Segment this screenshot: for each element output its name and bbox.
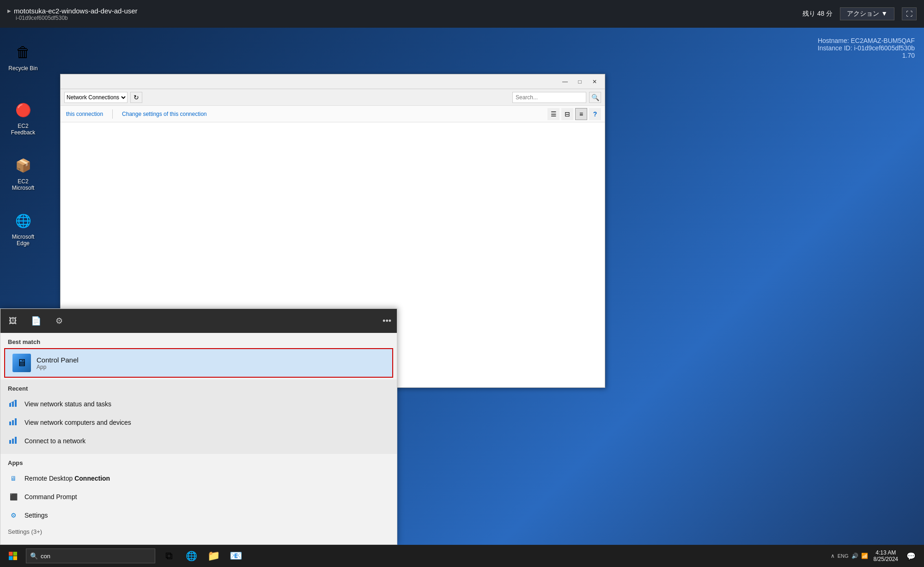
- hostname-info: Hostname: EC2AMAZ-BUM5QAF Instance ID: i…: [818, 37, 915, 59]
- fullscreen-button[interactable]: ⛶: [902, 7, 917, 20]
- ec2-feedback-image: 🔴: [12, 99, 34, 121]
- recent-label: Recent: [0, 380, 397, 395]
- notification-button[interactable]: 💬: [904, 546, 918, 566]
- recycle-bin-icon[interactable]: 🗑 Recycle Bin: [5, 39, 42, 73]
- search-input[interactable]: [41, 553, 142, 560]
- control-panel-name: Control Panel: [36, 356, 79, 364]
- svg-rect-1: [12, 402, 14, 407]
- svg-rect-7: [15, 418, 17, 425]
- session-time: 残り 48 分: [802, 10, 833, 18]
- toolbar-icons: ☰ ⊟ ≡ ?: [547, 108, 601, 120]
- systray-network[interactable]: 🔊: [851, 553, 858, 559]
- best-match-label: Best match: [0, 333, 397, 348]
- best-match-text: Control Panel App: [36, 356, 79, 370]
- settings-icon: ⚙: [8, 510, 19, 521]
- svg-rect-13: [9, 556, 13, 561]
- taskbar-app-icons: ⧉ 🌐 📁 📧: [159, 546, 246, 566]
- taskbar-search-box[interactable]: 🔍: [26, 549, 155, 563]
- apps-section: Apps 🖥 Remote Desktop Connection ⬛ Comma…: [0, 454, 397, 544]
- refresh-button[interactable]: ↻: [130, 92, 142, 103]
- network-window-titlebar: — □ ✕: [61, 74, 605, 89]
- command-prompt-item[interactable]: ⬛ Command Prompt: [0, 488, 397, 506]
- recent-item-2[interactable]: View network computers and devices: [0, 413, 397, 432]
- svg-rect-5: [9, 422, 11, 425]
- session-bar: mototsuka-ec2-windows-ad-dev-ad-user i-0…: [0, 0, 924, 28]
- ec2-microsoft-label: EC2 Microsoft: [6, 178, 40, 191]
- search-button[interactable]: 🔍: [589, 92, 601, 103]
- address-dropdown[interactable]: Network Connections: [64, 92, 128, 103]
- maximize-button[interactable]: □: [573, 77, 586, 86]
- search-input[interactable]: [512, 92, 586, 103]
- view-mode2-button[interactable]: ⊟: [561, 108, 573, 120]
- start-menu-topbar: 🖼 📄 ⚙ •••: [0, 309, 397, 333]
- taskbar: 🔍 ⧉ 🌐 📁 📧 ∧ ENG 🔊 📶 4:13 AM 8/25/2024 💬: [0, 545, 924, 567]
- start-menu-icon-settings[interactable]: ⚙: [52, 314, 66, 328]
- start-menu-body: Best match Control Panel App Recent View…: [0, 333, 397, 544]
- edge-image: 🌐: [12, 210, 34, 232]
- network-toolbar: this connection Change settings of this …: [61, 106, 605, 122]
- edge-icon[interactable]: 🌐 Microsoft Edge: [5, 208, 42, 248]
- view-mode-button[interactable]: ☰: [547, 108, 559, 120]
- clock-date: 8/25/2024: [874, 556, 898, 562]
- recent-item-3-label: Connect to a network: [24, 437, 85, 445]
- recent-item-1[interactable]: View network status and tasks: [0, 395, 397, 413]
- task-view-button[interactable]: ⧉: [159, 546, 179, 566]
- command-prompt-label: Command Prompt: [24, 493, 77, 501]
- this-connection-button[interactable]: this connection: [64, 110, 105, 118]
- ec2-feedback-icon[interactable]: 🔴 EC2 Feedback: [5, 97, 42, 138]
- hostname-line3: 1.70: [818, 52, 915, 59]
- action-button[interactable]: アクション ▼: [840, 7, 894, 20]
- recent-item-3[interactable]: Connect to a network: [0, 432, 397, 450]
- svg-rect-10: [15, 437, 17, 444]
- recent-section: Recent View network status and tasks Vie…: [0, 380, 397, 454]
- help-button[interactable]: ?: [589, 108, 601, 120]
- recycle-bin-image: 🗑: [12, 41, 34, 63]
- ec2-microsoft-icon[interactable]: 📦 EC2 Microsoft: [5, 152, 42, 193]
- session-title: mototsuka-ec2-windows-ad-dev-ad-user: [7, 7, 138, 15]
- recycle-bin-label: Recycle Bin: [8, 65, 37, 72]
- edge-label: Microsoft Edge: [6, 234, 40, 247]
- explorer-taskbar-button[interactable]: 📁: [203, 546, 224, 566]
- svg-rect-6: [12, 420, 14, 425]
- taskbar-clock[interactable]: 4:13 AM 8/25/2024: [870, 549, 902, 562]
- network-computers-icon: [8, 417, 19, 428]
- hostname-line1: Hostname: EC2AMAZ-BUM5QAF: [818, 37, 915, 44]
- svg-rect-14: [13, 556, 18, 561]
- systray-volume[interactable]: 📶: [861, 553, 868, 559]
- session-controls: 残り 48 分 アクション ▼ ⛶: [802, 7, 917, 20]
- app4-taskbar-button[interactable]: 📧: [225, 546, 246, 566]
- settings-label: Settings: [24, 512, 48, 519]
- change-settings-button[interactable]: Change settings of this connection: [120, 110, 208, 118]
- ec2-feedback-label: EC2 Feedback: [6, 123, 40, 136]
- command-prompt-icon: ⬛: [8, 491, 19, 502]
- svg-rect-8: [9, 440, 11, 444]
- systray-arrow[interactable]: ∧: [831, 553, 835, 559]
- settings-item[interactable]: ⚙ Settings: [0, 506, 397, 525]
- session-subtitle: i-01d9cef6005df530b: [7, 15, 138, 21]
- taskbar-right: ∧ ENG 🔊 📶 4:13 AM 8/25/2024 💬: [831, 546, 922, 566]
- close-button[interactable]: ✕: [588, 77, 601, 86]
- recent-item-2-label: View network computers and devices: [24, 419, 131, 426]
- svg-rect-0: [9, 403, 11, 407]
- control-panel-icon: [12, 354, 31, 372]
- best-match-control-panel[interactable]: Control Panel App: [4, 348, 393, 378]
- apps-label: Apps: [0, 454, 397, 469]
- svg-rect-11: [9, 552, 13, 556]
- toolbar-sep: [112, 109, 113, 119]
- edge-taskbar-button[interactable]: 🌐: [181, 546, 201, 566]
- search-icon: 🔍: [30, 552, 38, 560]
- session-info: mototsuka-ec2-windows-ad-dev-ad-user i-0…: [7, 7, 138, 21]
- settings-plus-label: Settings (3+): [0, 525, 397, 541]
- start-button[interactable]: [2, 545, 24, 567]
- svg-rect-2: [15, 400, 17, 407]
- start-menu-icon-gallery[interactable]: 🖼: [6, 314, 20, 328]
- start-menu-more[interactable]: •••: [383, 316, 391, 326]
- remote-desktop-item[interactable]: 🖥 Remote Desktop Connection: [0, 469, 397, 488]
- network-status-icon: [8, 398, 19, 410]
- minimize-button[interactable]: —: [559, 77, 571, 86]
- view-mode3-button[interactable]: ≡: [575, 108, 587, 120]
- network-window-controls[interactable]: — □ ✕: [559, 77, 601, 86]
- start-menu-icon-doc[interactable]: 📄: [29, 314, 43, 328]
- hostname-line2: Instance ID: i-01d9cef6005df530b: [818, 44, 915, 52]
- svg-rect-12: [13, 552, 18, 556]
